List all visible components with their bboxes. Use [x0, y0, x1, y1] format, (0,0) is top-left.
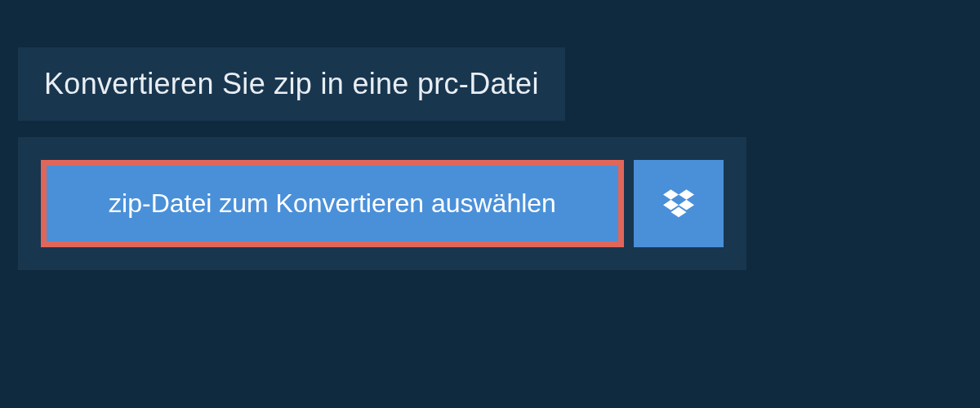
select-file-button[interactable]: zip-Datei zum Konvertieren auswählen [41, 160, 624, 247]
header-bar: Konvertieren Sie zip in eine prc-Datei [18, 47, 565, 121]
dropbox-button[interactable] [634, 160, 724, 247]
page-title: Konvertieren Sie zip in eine prc-Datei [44, 67, 539, 101]
dropbox-icon [663, 187, 694, 221]
upload-panel: zip-Datei zum Konvertieren auswählen [18, 137, 746, 270]
select-file-button-label: zip-Datei zum Konvertieren auswählen [109, 188, 556, 219]
